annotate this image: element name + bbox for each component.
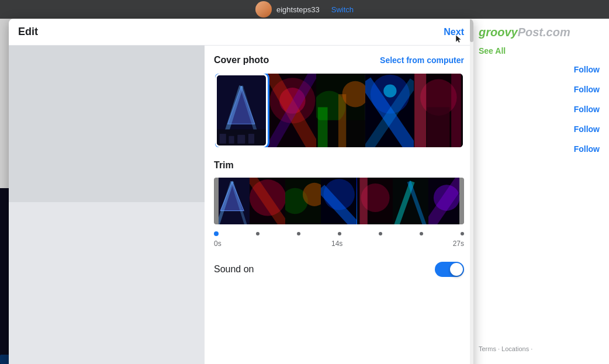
timeline-dot-3 xyxy=(297,232,300,235)
terms-line: Terms · Locations · xyxy=(479,345,532,352)
follow-item-2: Follow xyxy=(479,85,600,94)
follow-button-5[interactable]: Follow xyxy=(574,144,600,154)
sound-toggle[interactable] xyxy=(435,262,464,277)
svg-rect-22 xyxy=(220,134,226,144)
cover-photo-section-header: Cover photo Select from computer xyxy=(214,55,464,65)
follow-item-5: Follow xyxy=(479,144,600,154)
trim-section: Trim xyxy=(214,160,464,248)
sound-row: Sound on xyxy=(214,257,464,282)
timeline-dot-2 xyxy=(256,232,259,235)
follow-button-4[interactable]: Follow xyxy=(574,124,600,134)
trim-frame-2 xyxy=(250,178,285,224)
switch-button[interactable]: Switch xyxy=(331,5,354,14)
trim-frame-3 xyxy=(285,178,321,224)
timeline-dot-7 xyxy=(461,232,464,235)
cover-photo-strip xyxy=(214,72,464,148)
trim-frame-6 xyxy=(393,178,428,224)
timeline-mid: 14s xyxy=(331,240,342,248)
follow-item-4: Follow xyxy=(479,124,600,134)
trim-handle-right[interactable] xyxy=(459,178,464,224)
trim-strip-container xyxy=(214,178,464,224)
avatar xyxy=(255,1,272,18)
follow-button-3[interactable]: Follow xyxy=(574,105,600,114)
svg-rect-25 xyxy=(248,134,254,144)
trim-handle-left[interactable] xyxy=(214,178,219,224)
modal-title: Edit xyxy=(18,26,38,38)
top-bar-user: eightsteps33 xyxy=(255,1,320,18)
svg-point-41 xyxy=(383,84,396,97)
scroll-thumb xyxy=(470,19,473,42)
sound-label: Sound on xyxy=(214,264,254,275)
watermark-groovy: groovy xyxy=(479,26,518,39)
right-sidebar: groovyPost.com See All Follow Follow Fol… xyxy=(469,19,609,364)
follow-item-3: Follow xyxy=(479,105,600,114)
modal-content[interactable]: Cover photo Select from computer xyxy=(205,46,473,364)
timeline-start: 0s xyxy=(214,240,222,248)
cover-frame-1[interactable] xyxy=(215,74,268,147)
preview-area xyxy=(9,46,205,202)
follow-button-2[interactable]: Follow xyxy=(574,85,600,94)
timeline-dot-5 xyxy=(379,232,382,235)
follow-item-1: Follow xyxy=(479,65,600,74)
trim-frame-7 xyxy=(428,178,464,224)
modal-preview xyxy=(9,46,205,364)
edit-modal: Edit Next Cover photo Select from comput… xyxy=(9,19,473,364)
cover-photo-label: Cover photo xyxy=(214,55,269,65)
follow-button-1[interactable]: Follow xyxy=(574,65,600,74)
next-button[interactable]: Next xyxy=(444,27,464,37)
see-all-button[interactable]: See All xyxy=(479,46,600,56)
timeline-dots xyxy=(214,229,464,238)
cover-frame-2[interactable] xyxy=(268,74,317,147)
select-from-computer-button[interactable]: Select from computer xyxy=(380,56,464,65)
cover-frame-5[interactable] xyxy=(414,74,463,147)
svg-rect-23 xyxy=(229,136,234,144)
timeline-dot-6 xyxy=(420,232,423,235)
modal-body: Cover photo Select from computer xyxy=(9,46,473,364)
trim-frame-1 xyxy=(214,178,250,224)
modal-header: Edit Next xyxy=(9,19,473,46)
trim-frame-4 xyxy=(321,178,357,224)
timeline-dot-4 xyxy=(338,232,341,235)
trim-strip xyxy=(214,178,464,224)
timeline-end: 27s xyxy=(453,240,464,248)
scroll-indicator xyxy=(470,19,473,364)
cover-frame-4[interactable] xyxy=(365,74,414,147)
trim-frame-5 xyxy=(357,178,393,224)
timeline-dot-1 xyxy=(214,231,219,236)
svg-rect-24 xyxy=(237,135,245,144)
timeline-labels: 0s 14s 27s xyxy=(214,240,464,248)
svg-rect-46 xyxy=(427,107,450,147)
watermark: groovyPost.com xyxy=(479,26,600,39)
trim-label: Trim xyxy=(214,160,464,171)
toggle-knob xyxy=(450,263,463,276)
username-label: eightsteps33 xyxy=(276,5,320,14)
top-bar: eightsteps33 Switch xyxy=(0,0,609,19)
cover-frame-3[interactable] xyxy=(316,74,365,147)
svg-rect-15 xyxy=(9,46,205,202)
